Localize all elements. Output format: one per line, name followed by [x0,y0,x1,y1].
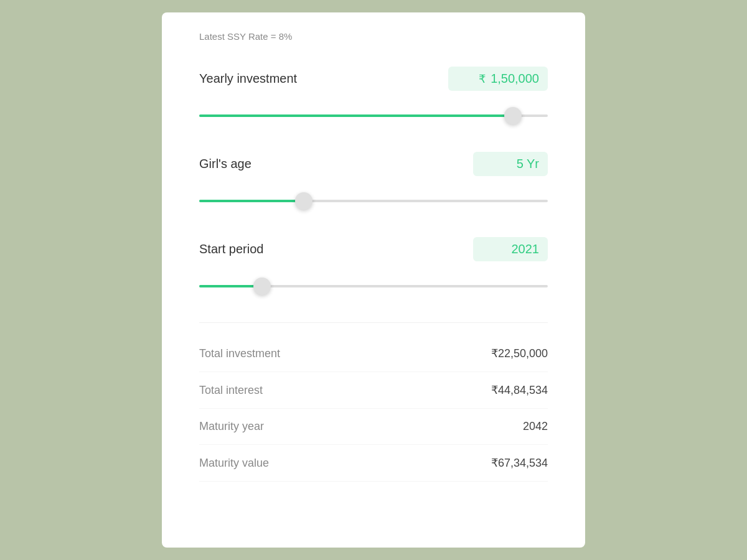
total-interest-value: ₹44,84,534 [491,383,548,397]
yearly-investment-currency: ₹ [479,72,486,86]
yearly-investment-value: 1,50,000 [491,72,539,86]
girls-age-slider[interactable] [199,190,548,212]
maturity-value-label: Maturity value [199,457,269,470]
yearly-investment-header: Yearly investment ₹ 1,50,000 [199,67,548,91]
start-period-fill [199,285,262,287]
start-period-label: Start period [199,242,263,256]
maturity-year-value: 2042 [523,420,548,433]
total-investment-label: Total investment [199,347,280,360]
start-period-value: 2021 [473,237,548,261]
start-period-slider[interactable] [199,275,548,297]
start-period-thumb[interactable] [253,278,271,295]
start-period-block: Start period 2021 [199,237,548,297]
yearly-investment-label: Yearly investment [199,72,297,86]
girls-age-block: Girl's age 5 Yr [199,152,548,212]
result-row-total-interest: Total interest ₹44,84,534 [199,372,548,409]
total-interest-label: Total interest [199,384,263,397]
result-row-maturity-year: Maturity year 2042 [199,409,548,445]
yearly-investment-fill [199,114,513,117]
girls-age-fill [199,200,304,202]
start-period-header: Start period 2021 [199,237,548,261]
ssy-rate-label: Latest SSY Rate = 8% [199,31,548,42]
girls-age-value: 5 Yr [473,152,548,176]
total-investment-value: ₹22,50,000 [491,347,548,360]
yearly-investment-value-box: ₹ 1,50,000 [448,67,548,91]
result-row-maturity-value: Maturity value ₹67,34,534 [199,445,548,482]
maturity-year-label: Maturity year [199,420,264,433]
girls-age-header: Girl's age 5 Yr [199,152,548,176]
girls-age-thumb[interactable] [295,192,312,210]
results-section: Total investment ₹22,50,000 Total intere… [199,322,548,482]
maturity-value-value: ₹67,34,534 [491,456,548,470]
girls-age-label: Girl's age [199,157,251,171]
yearly-investment-thumb[interactable] [504,107,522,124]
yearly-investment-slider[interactable] [199,105,548,127]
yearly-investment-block: Yearly investment ₹ 1,50,000 [199,67,548,127]
calculator-card: Latest SSY Rate = 8% Yearly investment ₹… [162,12,585,548]
result-row-total-investment: Total investment ₹22,50,000 [199,335,548,372]
